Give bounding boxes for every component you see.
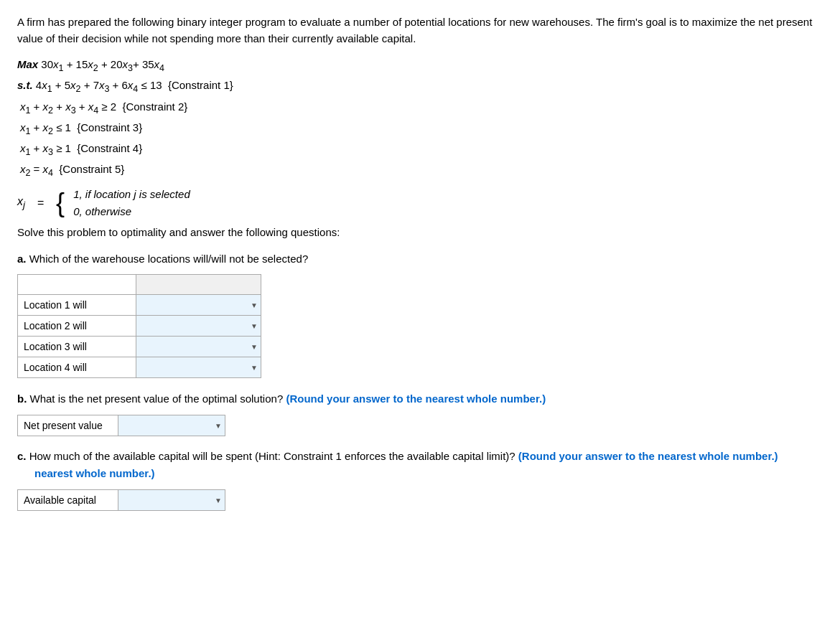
question-a-section: a. Which of the warehouse locations will… (17, 251, 823, 268)
question-c-text: How much of the available capital will b… (29, 450, 515, 462)
table-row: Location 2 will ▼ (18, 316, 261, 337)
question-c-section: c. How much of the available capital wil… (17, 448, 823, 482)
solve-text: Solve this problem to optimality and ans… (17, 226, 823, 238)
xj-left: xj (17, 192, 25, 213)
table-row: Location 3 will ▼ (18, 337, 261, 357)
constraint-3: x1 + x2 ≤ 1 {Constraint 3} (20, 121, 142, 133)
table-header-input (136, 275, 261, 295)
question-c-indent: nearest whole number.) (34, 465, 823, 482)
net-present-value-row: Net present value ▼ (17, 415, 225, 436)
st-label: s.t. (17, 79, 36, 91)
table-row: Location 4 will ▼ (18, 357, 261, 378)
available-capital-label: Available capital (18, 490, 118, 510)
table-header-label (18, 275, 136, 295)
location-2-input[interactable] (136, 316, 261, 336)
xj-definition-block: xj = { 1, if location j is selected 0, o… (17, 186, 823, 220)
constraint-1: 4x1 + 5x2 + 7x3 + 6x4 ≤ 13 {Constraint 1… (36, 79, 233, 91)
available-capital-field: ▼ (118, 490, 225, 510)
xj-case-2: 0, otherwise (73, 203, 190, 220)
net-present-value-field: ▼ (118, 415, 225, 436)
net-present-value-label: Net present value (18, 415, 118, 436)
intro-paragraph: A firm has prepared the following binary… (17, 14, 823, 47)
objective-expr: 30x1 + 15x2 + 20x3+ 35x4 (41, 58, 164, 70)
big-brace: { (56, 190, 65, 216)
objective-line: Max 30x1 + 15x2 + 20x3+ 35x4 (17, 55, 823, 76)
location-4-input-cell: ▼ (136, 357, 261, 378)
question-b-section: b. What is the net present value of the … (17, 391, 823, 408)
constraint-5-line: x2 = x4 {Constraint 5} (17, 160, 823, 181)
location-2-input-cell: ▼ (136, 316, 261, 337)
table-row: Location 1 will ▼ (18, 295, 261, 316)
net-present-value-input[interactable] (118, 415, 225, 436)
question-b-bold: (Round your answer to the nearest whole … (286, 392, 546, 405)
main-content: A firm has prepared the following binary… (17, 14, 823, 511)
constraint-2: x1 + x2 + x3 + x4 ≥ 2 {Constraint 2} (20, 100, 187, 113)
st-line: s.t. 4x1 + 5x2 + 7x3 + 6x4 ≤ 13 {Constra… (17, 76, 823, 97)
location-3-input-cell: ▼ (136, 337, 261, 357)
math-block: Max 30x1 + 15x2 + 20x3+ 35x4 s.t. 4x1 + … (17, 55, 823, 220)
constraint-5: x2 = x4 {Constraint 5} (20, 163, 124, 175)
objective-max-label: Max (17, 58, 41, 70)
xj-cases: 1, if location j is selected 0, otherwis… (73, 186, 190, 220)
question-c-label: c. (17, 450, 27, 462)
available-capital-input[interactable] (118, 490, 225, 510)
question-b-text: What is the net present value of the opt… (30, 392, 284, 405)
location-2-label: Location 2 will (18, 316, 136, 337)
location-4-input[interactable] (136, 357, 261, 377)
location-table: Location 1 will ▼ Location 2 will ▼ Loca… (17, 274, 261, 378)
constraint-3-line: x1 + x2 ≤ 1 {Constraint 3} (17, 118, 823, 139)
question-a-text: Which of the warehouse locations will/wi… (29, 253, 309, 265)
location-1-input-cell: ▼ (136, 295, 261, 316)
location-3-input[interactable] (136, 337, 261, 357)
xj-equals: = (31, 194, 50, 212)
location-3-label: Location 3 will (18, 337, 136, 357)
location-1-input[interactable] (136, 295, 261, 315)
available-capital-row: Available capital ▼ (17, 489, 225, 511)
location-1-label: Location 1 will (18, 295, 136, 316)
question-b-label: b. (17, 392, 27, 405)
constraint-4: x1 + x3 ≥ 1 {Constraint 4} (20, 142, 142, 154)
xj-case-1: 1, if location j is selected (73, 186, 190, 203)
location-4-label: Location 4 will (18, 357, 136, 378)
question-c-bold: (Round your answer to the nearest whole … (518, 450, 778, 462)
constraint-4-line: x1 + x3 ≥ 1 {Constraint 4} (17, 139, 823, 160)
question-a-label: a. (17, 253, 27, 265)
constraint-2-line: x1 + x2 + x3 + x4 ≥ 2 {Constraint 2} (17, 98, 823, 118)
